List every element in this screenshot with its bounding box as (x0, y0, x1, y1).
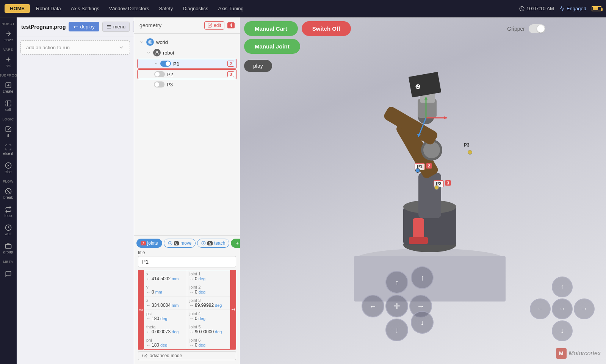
geo-p1-row[interactable]: P1 2 (137, 59, 237, 69)
field-x: x ↔ 414.5002 mm (144, 270, 187, 283)
title-field-label: title (136, 248, 238, 256)
robot-3d-view: ⊕ (316, 40, 543, 305)
sidebar-btn-create[interactable]: create (2, 79, 15, 96)
tab-add[interactable]: 1 add (231, 239, 240, 248)
prog-header: testProgram.prog deploy menu (17, 17, 134, 36)
program-title: testProgram.prog (21, 24, 66, 30)
field-j4: joint 4 ↔ 0 deg (187, 310, 230, 323)
sidebar-section-flow: FLOW (3, 180, 14, 183)
play-button[interactable]: play (244, 60, 272, 72)
field-j2: joint 2 ↔ 0 deg (187, 283, 230, 297)
engaged-status: Engaged (559, 6, 586, 11)
sidebar-btn-wait[interactable]: wait (2, 221, 15, 239)
top-nav: HOME Robot Data Axis Settings Window Det… (0, 0, 606, 17)
field-j3: joint 3 ↔ 89.99992 deg (187, 297, 230, 310)
tab-teach[interactable]: 5 teach (197, 239, 229, 248)
menu-button[interactable]: menu (102, 22, 130, 32)
geo-robot-node[interactable]: robot (137, 47, 237, 58)
motorcortex-logo: M Motorcortex (556, 348, 601, 359)
left-sidebar: ROBOT move VARS set SUBPROG create call … (0, 17, 17, 364)
rdir-down-button[interactable]: ↓ (552, 320, 573, 341)
field-j1: joint 1 ↔ 0 deg (187, 270, 230, 283)
sidebar-btn-break[interactable]: break (2, 185, 15, 202)
sidebar-btn-loop[interactable]: loop (2, 203, 15, 220)
sidebar-btn-move[interactable]: move (2, 27, 15, 45)
joints-fields: joint 1 ↔ 0 deg joint 2 ↔ 0 deg (187, 270, 230, 350)
rdir-center-button[interactable]: ↔ (552, 298, 573, 319)
add-action-label: add an action to run (26, 45, 70, 50)
svg-rect-43 (409, 72, 441, 98)
nav-axis-tuning[interactable]: Axis Tuning (214, 4, 247, 13)
geo-p2-row[interactable]: P2 3 (137, 69, 237, 79)
geo-edit-button[interactable]: edit (204, 21, 224, 30)
field-y: y ↔ 0 mm (144, 283, 187, 297)
field-j5: joint 5 ↔ 90.00000 deg (187, 323, 230, 336)
right-direction-control: ↑ ← ↔ → ↓ (530, 277, 595, 341)
svg-point-37 (423, 142, 440, 158)
vert-up-button[interactable]: ↑ (411, 266, 434, 289)
gripper-toggle[interactable] (529, 24, 545, 33)
rdir-up-button[interactable]: ↑ (552, 277, 573, 297)
nav-axis-settings[interactable]: Axis Settings (67, 4, 103, 13)
vert-down-button[interactable]: ↓ (411, 311, 434, 334)
joints-badge: 7 (230, 270, 236, 350)
switch-off-button[interactable]: Switch Off (302, 21, 351, 36)
sidebar-btn-else[interactable]: else (2, 159, 15, 177)
data-fields-container: 2 x ↔ 414.5002 mm y ↔ (138, 270, 236, 350)
dir-left-button[interactable]: ← (362, 295, 384, 317)
tab-move[interactable]: 6 move (164, 239, 196, 248)
geo-p1-label: P1 (173, 61, 179, 67)
sidebar-btn-set[interactable]: set (2, 53, 15, 70)
nav-home-button[interactable]: HOME (5, 4, 30, 13)
manual-joint-button[interactable]: Manual Joint (244, 39, 300, 54)
geo-edit-label: edit (214, 23, 221, 28)
sidebar-section-logic: LOGIC (2, 117, 14, 121)
geo-panel-header: geometry edit 4 (134, 17, 240, 34)
field-theta: theta ↔ 0.000073 deg (144, 323, 187, 336)
svg-rect-52 (409, 237, 428, 244)
geo-p3-row[interactable]: P3 (137, 80, 237, 89)
p3-label-3d: P3 (464, 142, 470, 148)
geo-tree: world robot P1 2 (134, 34, 240, 93)
cartesian-fields: x ↔ 414.5002 mm y ↔ 0 mm (144, 270, 187, 350)
title-input[interactable] (138, 256, 236, 267)
add-action-area[interactable]: add an action to run (20, 40, 130, 55)
svg-rect-8 (5, 244, 11, 248)
geo-p3-label: P3 (167, 82, 173, 87)
manual-cart-button[interactable]: Manual Cart (244, 21, 298, 36)
dir-up-button[interactable]: ↑ (385, 271, 408, 294)
field-psi: psi ↔ 180 deg (144, 310, 187, 323)
sidebar-btn-group[interactable]: group (2, 239, 15, 257)
tab-joints[interactable]: 7 joints (136, 239, 162, 248)
geo-robot-label: robot (163, 50, 174, 56)
geo-p2-badge: 3 (227, 71, 234, 77)
field-j6: joint 6 ↔ 0 deg (187, 336, 230, 349)
sidebar-btn-comment[interactable] (2, 265, 15, 283)
dir-down-button[interactable]: ↓ (385, 319, 408, 341)
field-phi: phi ↔ 180 deg (144, 336, 187, 349)
nav-window-detectors[interactable]: Window Detectors (105, 4, 153, 13)
sidebar-btn-call[interactable]: call (2, 97, 15, 114)
deploy-button[interactable]: deploy (69, 22, 99, 31)
battery-icon (592, 6, 601, 11)
gripper-label: Gripper (507, 26, 525, 32)
geo-bottom-tabs: 7 joints 6 move 5 teach 1 add (134, 235, 240, 364)
gripper-control: Gripper (507, 24, 545, 33)
geo-world-node[interactable]: world (137, 37, 237, 47)
geometry-panel: geometry edit 4 world robot (134, 17, 240, 364)
sidebar-section-meta: META (3, 260, 13, 264)
dir-center-button[interactable]: ✛ (385, 295, 408, 317)
nav-diagnostics[interactable]: Diagnostics (179, 4, 212, 13)
nav-safety[interactable]: Safety (155, 4, 177, 13)
sidebar-btn-if[interactable]: if (2, 123, 15, 140)
sidebar-btn-elseif[interactable]: else if (2, 141, 15, 158)
rdir-right-button[interactable]: → (574, 298, 595, 319)
nav-robot-data[interactable]: Robot Data (32, 4, 65, 13)
view-3d: Manual Cart Switch Off Manual Joint play… (240, 17, 606, 364)
rdir-left-button[interactable]: ← (530, 298, 551, 319)
p1-badge-3d: 2 (426, 163, 432, 169)
program-panel: testProgram.prog deploy menu add an acti… (17, 17, 134, 364)
svg-rect-34 (418, 173, 441, 218)
p2-badge-3d: 3 (445, 180, 451, 186)
advanced-mode-button[interactable]: advanced mode (138, 351, 236, 360)
